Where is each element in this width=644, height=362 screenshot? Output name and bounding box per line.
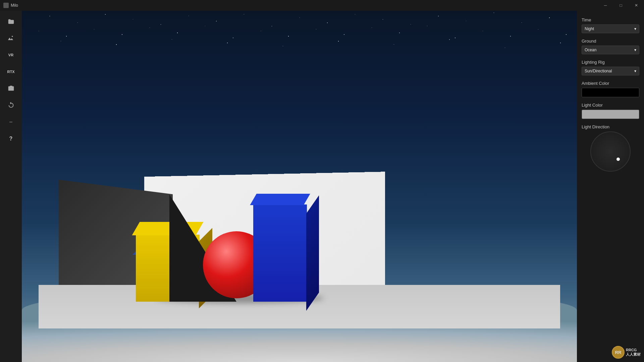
light-direction-section: Light Direction: [582, 124, 639, 172]
light-color-label: Light Color: [582, 103, 639, 108]
lighting-rig-value: Sun/Directional: [585, 69, 612, 73]
3d-scene: [39, 127, 560, 328]
light-color-swatch[interactable]: [582, 110, 639, 119]
cube-blue-large-side: [306, 195, 319, 311]
app-icon: [3, 3, 9, 8]
maximize-button[interactable]: □: [613, 0, 629, 11]
time-section: Time Night ▾: [582, 17, 639, 33]
time-dropdown[interactable]: Night ▾: [582, 24, 639, 33]
titlebar: Milo ─ □ ✕: [0, 0, 644, 11]
lighting-rig-dropdown[interactable]: Sun/Directional ▾: [582, 67, 639, 75]
help-icon: ?: [9, 136, 13, 142]
svg-point-0: [11, 36, 13, 37]
ambient-color-swatch[interactable]: [582, 88, 639, 97]
minimize-button[interactable]: ─: [598, 0, 613, 11]
reset-button[interactable]: [3, 98, 19, 113]
folder-icon: [7, 18, 15, 25]
ambient-color-label: Ambient Color: [582, 81, 639, 86]
camera-icon: [7, 85, 15, 92]
light-direction-dot: [616, 158, 620, 161]
rtx-button[interactable]: RTX: [3, 64, 19, 79]
lighting-rig-label: Lighting Rig: [582, 60, 639, 65]
ground-value: Ocean: [585, 48, 596, 52]
scene-icon: [7, 35, 15, 42]
watermark-brand1: RRCG: [626, 348, 641, 352]
window-controls: ─ □ ✕: [598, 0, 644, 11]
ground-label: Ground: [582, 39, 639, 44]
vr-button[interactable]: VR: [3, 48, 19, 62]
folder-button[interactable]: [3, 14, 19, 29]
app-title: Milo: [11, 3, 18, 8]
watermark-logo-text: RR: [615, 350, 622, 355]
light-direction-circle[interactable]: [590, 131, 631, 172]
lighting-rig-section: Lighting Rig Sun/Directional ▾: [582, 60, 639, 75]
vr-label: VR: [8, 53, 13, 57]
scene-button[interactable]: [3, 31, 19, 46]
reset-icon: [7, 102, 15, 109]
cube-blue-large: [253, 204, 307, 302]
right-panel: Time Night ▾ Ground Ocean ▾ Lighting Rig…: [577, 11, 644, 362]
toolbar: VR RTX ··· ?: [0, 11, 22, 362]
watermark-brand2: 人人素材: [626, 352, 641, 357]
rtx-label: RTX: [7, 70, 15, 74]
ground-dropdown[interactable]: Ocean ▾: [582, 46, 639, 54]
viewport[interactable]: [22, 11, 577, 362]
watermark-logo: RR: [612, 346, 625, 359]
time-value: Night: [585, 26, 594, 31]
watermark-text: RRCG 人人素材: [626, 348, 641, 357]
more-button[interactable]: ···: [3, 115, 19, 129]
lighting-rig-dropdown-arrow: ▾: [634, 69, 636, 73]
camera-button[interactable]: [3, 81, 19, 96]
more-icon: ···: [9, 120, 12, 124]
close-button[interactable]: ✕: [629, 0, 644, 11]
watermark: RR RRCG 人人素材: [612, 346, 641, 359]
help-button[interactable]: ?: [3, 131, 19, 146]
light-color-section: Light Color: [582, 103, 639, 119]
cube-blue-large-top: [250, 194, 310, 205]
time-label: Time: [582, 17, 639, 22]
light-direction-label: Light Direction: [582, 124, 639, 129]
ground-section: Ground Ocean ▾: [582, 39, 639, 54]
ambient-color-section: Ambient Color: [582, 81, 639, 97]
time-dropdown-arrow: ▾: [634, 26, 636, 31]
ground-dropdown-arrow: ▾: [634, 48, 636, 52]
